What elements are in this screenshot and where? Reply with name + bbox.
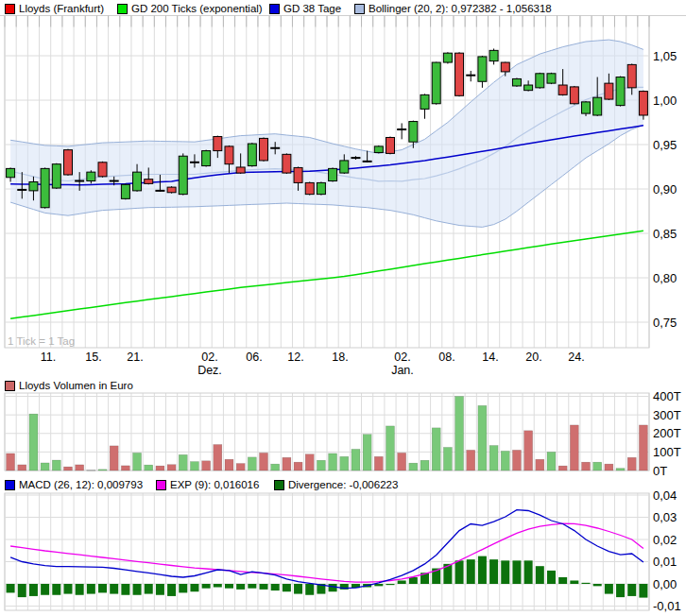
legend-label-gd200: GD 200 Ticks (exponential) (131, 3, 263, 15)
svg-text:1,05: 1,05 (653, 49, 677, 63)
gd200-series-swatch-icon (117, 4, 128, 14)
svg-text:24.: 24. (568, 351, 584, 364)
svg-text:08.: 08. (438, 351, 454, 364)
svg-text:0T: 0T (653, 464, 667, 478)
price-legend: Lloyds (Frankfurt) GD 200 Ticks (exponen… (0, 3, 686, 16)
legend-label-gd38: GD 38 Tage (283, 3, 341, 15)
chart-canvas: 1,051,000,950,900,850,800,751 Tick = 1 T… (0, 0, 686, 616)
legend-item-bollinger: Bollinger (20, 2): 0,972382 - 1,056318 (354, 3, 552, 15)
svg-text:0,03: 0,03 (653, 510, 677, 524)
chart-root: 1,051,000,950,900,850,800,751 Tick = 1 T… (0, 0, 686, 616)
svg-text:0,00: 0,00 (653, 577, 677, 591)
svg-text:18.: 18. (332, 351, 348, 364)
macd-panel: 0,040,030,020,010,00-0,01 (5, 488, 681, 614)
exp-series-swatch-icon (156, 480, 166, 490)
legend-item-gd38: GD 38 Tage (269, 3, 341, 15)
svg-text:100T: 100T (653, 445, 681, 459)
legend-item-macd: MACD (26, 12): 0,009793 (5, 479, 143, 491)
svg-text:Dez.: Dez. (197, 364, 222, 377)
svg-text:1,00: 1,00 (653, 94, 677, 108)
legend-label-lloyds: Lloyds (Frankfurt) (19, 3, 104, 15)
lloyds-series-swatch-icon (5, 4, 15, 14)
svg-text:0,95: 0,95 (653, 138, 677, 152)
legend-label-volume: Lloyds Volumen in Euro (19, 380, 133, 392)
svg-text:0,85: 0,85 (653, 227, 677, 241)
legend-label-divergence: Divergence: -0,006223 (288, 479, 398, 491)
volume-legend: Lloyds Volumen in Euro (0, 380, 686, 393)
legend-label-exp: EXP (9): 0,016016 (170, 479, 259, 491)
svg-text:14.: 14. (482, 351, 498, 364)
legend-item-volume: Lloyds Volumen in Euro (5, 380, 133, 392)
legend-label-macd: MACD (26, 12): 0,009793 (19, 479, 143, 491)
svg-text:200T: 200T (653, 426, 681, 440)
svg-text:20.: 20. (525, 351, 541, 364)
divergence-series-swatch-icon (274, 480, 284, 490)
svg-text:15.: 15. (85, 351, 101, 364)
bollinger-series-swatch-icon (354, 4, 365, 14)
svg-text:Jan.: Jan. (391, 364, 414, 377)
svg-text:0,75: 0,75 (653, 316, 677, 330)
legend-item-divergence: Divergence: -0,006223 (274, 479, 398, 491)
price-panel: 1,051,000,950,900,850,800,751 Tick = 1 T… (0, 16, 686, 378)
macd-legend: MACD (26, 12): 0,009793 EXP (9): 0,01601… (0, 479, 686, 492)
svg-text:12.: 12. (287, 351, 303, 364)
legend-label-bollinger: Bollinger (20, 2): 0,972382 - 1,056318 (369, 3, 552, 15)
svg-text:02.: 02. (201, 351, 217, 364)
svg-text:300T: 300T (653, 408, 681, 422)
svg-text:06.: 06. (246, 351, 262, 364)
legend-item-exp: EXP (9): 0,016016 (156, 479, 259, 491)
svg-text:0,01: 0,01 (653, 555, 677, 569)
svg-text:11.: 11. (41, 351, 56, 364)
volume-panel: 400T300T200T100T0T (5, 389, 681, 478)
svg-text:0,90: 0,90 (653, 182, 677, 197)
volume-series-swatch-icon (5, 381, 15, 391)
svg-text:-0,01: -0,01 (653, 599, 681, 613)
macd-series-swatch-icon (5, 480, 15, 490)
legend-item-lloyds: Lloyds (Frankfurt) (5, 3, 104, 15)
svg-text:1 Tick = 1 Tag: 1 Tick = 1 Tag (8, 335, 75, 347)
svg-text:0,02: 0,02 (653, 533, 677, 547)
svg-text:02.: 02. (394, 351, 410, 364)
svg-text:21.: 21. (127, 351, 143, 364)
svg-text:0,80: 0,80 (653, 271, 677, 285)
legend-item-gd200: GD 200 Ticks (exponential) (117, 3, 263, 15)
gd38-series-swatch-icon (269, 4, 280, 14)
